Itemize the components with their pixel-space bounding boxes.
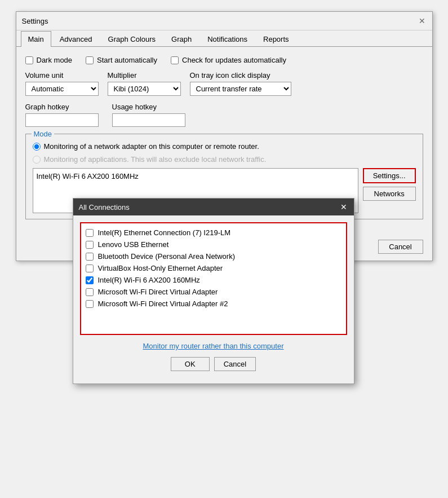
- tray-display-label: On tray icon click display: [190, 71, 291, 80]
- dialog-cancel-button[interactable]: Cancel: [214, 357, 256, 371]
- connection-label-1: Lenovo USB Ethernet: [98, 240, 169, 249]
- multiplier-label: Multiplier: [108, 71, 181, 80]
- tray-display-select[interactable]: Current transfer rate Total today Total …: [190, 82, 291, 96]
- mode-radio-2[interactable]: Monitoring of applications. This will al…: [33, 155, 416, 164]
- connection-checkbox-3[interactable]: [86, 265, 94, 272]
- graph-hotkey-group: Graph hotkey: [25, 103, 99, 127]
- connection-checkbox-5[interactable]: [86, 288, 94, 296]
- mode-radio-label-2: Monitoring of applications. This will al…: [44, 155, 267, 164]
- mode-radio-input-1[interactable]: [33, 143, 41, 151]
- tab-graph[interactable]: Graph: [164, 31, 199, 47]
- check-updates-checkbox[interactable]: [171, 56, 179, 64]
- dialog-content: Intel(R) Ethernet Connection (7) I219-LM…: [73, 215, 354, 384]
- connection-checkbox-2[interactable]: [86, 253, 94, 261]
- usage-hotkey-group: Usage hotkey: [112, 103, 185, 127]
- router-link[interactable]: Monitor my router rather than this compu…: [80, 342, 347, 350]
- tab-notifications[interactable]: Notifications: [200, 31, 255, 47]
- connection-checkbox-1[interactable]: [86, 241, 94, 249]
- mode-legend: Mode: [32, 130, 55, 138]
- adapter-value: Intel(R) Wi-Fi 6 AX200 160MHz: [37, 172, 139, 180]
- connection-item-4[interactable]: Intel(R) Wi-Fi 6 AX200 160MHz: [85, 274, 343, 286]
- title-bar: Settings ✕: [16, 12, 432, 30]
- close-button[interactable]: ✕: [418, 16, 427, 25]
- volume-unit-group: Volume unit Automatic KiB MiB GiB: [25, 71, 99, 96]
- dark-mode-label: Dark mode: [37, 56, 73, 64]
- connection-checkbox-0[interactable]: [86, 229, 94, 237]
- connection-label-2: Bluetooth Device (Personal Area Network): [98, 252, 236, 261]
- check-updates-label: Check for updates automatically: [182, 56, 286, 64]
- dialog-ok-button[interactable]: OK: [171, 357, 210, 371]
- all-connections-dialog: All Connections ✕ Intel(R) Ethernet Conn…: [73, 198, 354, 384]
- start-auto-checkbox[interactable]: [86, 56, 94, 64]
- tab-main[interactable]: Main: [21, 31, 51, 47]
- volume-unit-select[interactable]: Automatic KiB MiB GiB: [25, 82, 99, 96]
- tabs-bar: Main Advanced Graph Colours Graph Notifi…: [16, 30, 432, 47]
- connection-item-1[interactable]: Lenovo USB Ethernet: [85, 239, 343, 250]
- connection-label-0: Intel(R) Ethernet Connection (7) I219-LM: [98, 228, 231, 237]
- side-buttons: Settings... Networks: [363, 168, 416, 201]
- mode-radio-input-2[interactable]: [33, 156, 41, 164]
- settings-window: Settings ✕ Main Advanced Graph Colours G…: [16, 11, 433, 261]
- connections-list: Intel(R) Ethernet Connection (7) I219-LM…: [80, 222, 347, 335]
- start-auto-label: Start automatically: [97, 56, 157, 64]
- networks-button[interactable]: Networks: [363, 187, 416, 201]
- dark-mode-checkbox-label[interactable]: Dark mode: [25, 56, 73, 64]
- connection-item-6[interactable]: Microsoft Wi-Fi Direct Virtual Adapter #…: [85, 298, 343, 310]
- tray-display-group: On tray icon click display Current trans…: [190, 71, 291, 96]
- window-title: Settings: [22, 17, 48, 25]
- connection-label-3: VirtualBox Host-Only Ethernet Adapter: [98, 264, 223, 272]
- mode-radio-1[interactable]: Monitoring of a network adapter on this …: [33, 142, 416, 151]
- connection-checkbox-6[interactable]: [86, 300, 94, 308]
- connection-item-5[interactable]: Microsoft Wi-Fi Direct Virtual Adapter: [85, 286, 343, 298]
- tab-reports[interactable]: Reports: [256, 31, 296, 47]
- cancel-button[interactable]: Cancel: [378, 240, 423, 254]
- tab-graph-colours[interactable]: Graph Colours: [101, 31, 163, 47]
- connection-item-0[interactable]: Intel(R) Ethernet Connection (7) I219-LM: [85, 227, 343, 239]
- connection-item-2[interactable]: Bluetooth Device (Personal Area Network): [85, 250, 343, 262]
- dropdowns-row: Volume unit Automatic KiB MiB GiB Multip…: [25, 71, 423, 96]
- dialog-title-bar: All Connections ✕: [73, 199, 354, 215]
- graph-hotkey-label: Graph hotkey: [25, 103, 99, 111]
- volume-unit-label: Volume unit: [25, 71, 99, 80]
- dark-mode-checkbox[interactable]: [25, 56, 33, 64]
- start-auto-checkbox-label[interactable]: Start automatically: [86, 56, 157, 64]
- connection-label-6: Microsoft Wi-Fi Direct Virtual Adapter #…: [98, 299, 228, 308]
- usage-hotkey-label: Usage hotkey: [112, 103, 185, 111]
- hotkeys-row: Graph hotkey Usage hotkey: [25, 103, 423, 127]
- connection-item-3[interactable]: VirtualBox Host-Only Ethernet Adapter: [85, 262, 343, 274]
- multiplier-select[interactable]: Kibi (1024) Kilo (1000): [108, 82, 181, 96]
- tab-advanced[interactable]: Advanced: [52, 31, 100, 47]
- connection-label-4: Intel(R) Wi-Fi 6 AX200 160MHz: [98, 276, 200, 284]
- dialog-buttons: OK Cancel: [80, 357, 347, 377]
- multiplier-group: Multiplier Kibi (1024) Kilo (1000): [108, 71, 181, 96]
- connection-checkbox-4[interactable]: [86, 276, 94, 284]
- graph-hotkey-input[interactable]: [25, 113, 99, 127]
- settings-button[interactable]: Settings...: [363, 168, 416, 183]
- mode-radio-label-1: Monitoring of a network adapter on this …: [44, 142, 259, 151]
- dialog-title: All Connections: [79, 203, 130, 211]
- connection-label-5: Microsoft Wi-Fi Direct Virtual Adapter: [98, 288, 218, 296]
- dialog-close-button[interactable]: ✕: [339, 202, 348, 211]
- checkboxes-row: Dark mode Start automatically Check for …: [25, 56, 423, 64]
- usage-hotkey-input[interactable]: [112, 113, 185, 127]
- check-updates-checkbox-label[interactable]: Check for updates automatically: [171, 56, 286, 64]
